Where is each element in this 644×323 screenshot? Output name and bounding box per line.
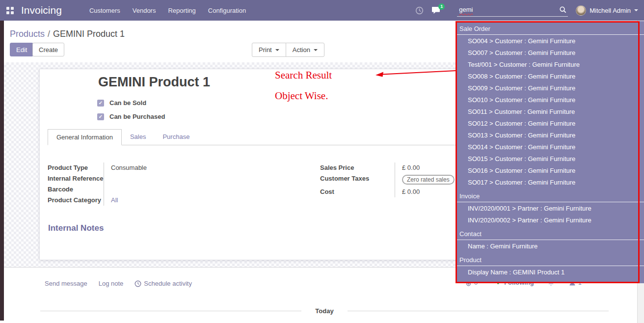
field-label: Cost	[320, 187, 395, 197]
field-value	[104, 184, 273, 195]
dropdown-result-item[interactable]: INV/2020/0002 > Partner : Gemini Furnitu…	[456, 215, 644, 226]
menu-item-reporting[interactable]: Reporting	[168, 7, 195, 14]
field-row: Product TypeConsumable	[48, 162, 273, 173]
navbar-right: 1 gemi Mitchell Admin	[415, 0, 644, 21]
tab-sales[interactable]: Sales	[122, 129, 155, 145]
breadcrumb-separator: /	[45, 29, 53, 39]
dropdown-result-item[interactable]: Name : Gemini Furniture	[456, 241, 644, 252]
dropdown-category-contact: Contact	[456, 228, 644, 240]
app-title[interactable]: Invoicing	[21, 4, 62, 16]
checkbox-checked-icon[interactable]	[97, 100, 104, 107]
field-label: Product Category	[48, 195, 104, 206]
annotation-arrow	[373, 67, 457, 80]
edit-button[interactable]: Edit	[10, 43, 33, 56]
user-avatar[interactable]	[576, 5, 586, 16]
search-icon[interactable]	[559, 6, 566, 13]
caret-down-icon	[314, 49, 318, 51]
dropdown-result-item[interactable]: SO011 > Customer : Gemini Furniture	[456, 106, 644, 118]
divider-line	[348, 311, 609, 311]
tab-general-information[interactable]: General Information	[48, 129, 122, 145]
product-checkboxes: Can be SoldCan be Purchased	[97, 99, 165, 127]
field-row: Internal Reference	[48, 173, 273, 184]
menu-item-customers[interactable]: Customers	[89, 7, 120, 14]
dropdown-category-product: Product	[456, 254, 644, 266]
field-row: Product CategoryAll	[48, 195, 273, 206]
checkbox-checked-icon[interactable]	[97, 113, 104, 120]
top-navbar: Invoicing CustomersVendorsReportingConfi…	[0, 0, 644, 21]
dropdown-result-item[interactable]: SO014 > Customer : Gemini Furniture	[456, 141, 644, 153]
dropdown-result-item[interactable]: INV/2020/0001 > Partner : Gemini Furnitu…	[456, 203, 644, 215]
field-row: Barcode	[48, 184, 273, 195]
messages-badge: 1	[438, 3, 445, 10]
schedule-activity-link[interactable]: Schedule activity	[134, 280, 192, 287]
tab-purchase[interactable]: Purchase	[154, 129, 198, 145]
user-menu[interactable]: Mitchell Admin	[590, 7, 631, 14]
tax-tag-badge: Zero rated sales	[402, 175, 455, 185]
annotation-line-2: Object Wise.	[275, 85, 332, 106]
dropdown-category-sale-order: Sale Order	[456, 23, 644, 35]
field-label: Product Type	[48, 162, 104, 173]
dropdown-result-item[interactable]: Display Name : GEMINI Product 1	[456, 267, 644, 278]
apps-menu-icon[interactable]	[6, 7, 14, 14]
field-value[interactable]: All	[104, 195, 273, 206]
dropdown-result-item[interactable]: SO010 > Customer : Gemini Furniture	[456, 94, 644, 106]
dropdown-result-item[interactable]: SO013 > Customer : Gemini Furniture	[456, 130, 644, 141]
caret-down-icon	[275, 49, 279, 51]
breadcrumb-current: GEMINI Product 1	[53, 29, 125, 39]
product-title: GEMINI Product 1	[98, 75, 210, 90]
dropdown-result-item[interactable]: SO016 > Customer : Gemini Furniture	[456, 165, 644, 177]
dropdown-result-item[interactable]: SO008 > Customer : Gemini Furniture	[456, 71, 644, 82]
create-button[interactable]: Create	[32, 43, 64, 56]
main-menu: CustomersVendorsReportingConfiguration	[89, 7, 246, 14]
dropdown-result-item[interactable]: SO007 > Customer : Gemini Furniture	[456, 47, 644, 59]
dropdown-category-invoice: Invoice	[456, 190, 644, 202]
menu-item-configuration[interactable]: Configuration	[208, 7, 246, 14]
dropdown-result-item[interactable]: SO012 > Customer : Gemini Furniture	[456, 118, 644, 130]
field-label: Customer Taxes	[320, 173, 395, 187]
checkbox-row: Can be Sold	[97, 99, 165, 107]
dropdown-result-item[interactable]: SO004 > Customer : Gemini Furniture	[456, 35, 644, 47]
field-label: Internal Reference	[48, 173, 104, 184]
log-note-link[interactable]: Log note	[99, 280, 124, 287]
annotation-line-1: Search Result	[275, 65, 332, 85]
activities-icon[interactable]	[415, 6, 424, 15]
breadcrumb-products-link[interactable]: Products	[10, 29, 45, 39]
today-label: Today	[315, 307, 333, 315]
search-results-dropdown: Sale OrderSO004 > Customer : Gemini Furn…	[456, 21, 644, 283]
field-value	[104, 173, 273, 184]
menu-item-vendors[interactable]: Vendors	[133, 7, 156, 14]
fields-group-left: Product TypeConsumableInternal Reference…	[48, 162, 273, 206]
today-divider: Today	[40, 307, 609, 315]
field-label: Sales Price	[320, 162, 395, 173]
print-action-group: Print Action	[252, 43, 324, 57]
caret-down-icon[interactable]	[634, 9, 638, 11]
left-edge-strip	[0, 21, 4, 321]
field-value: Consumable	[104, 162, 273, 173]
messages-icon[interactable]: 1	[431, 6, 440, 14]
print-button[interactable]: Print	[252, 43, 286, 57]
dropdown-result-item[interactable]: SO017 > Customer : Gemini Furniture	[456, 177, 644, 188]
search-query-text: gemi	[459, 6, 473, 13]
chatter-toolbar: Send message Log note Schedule activity	[45, 280, 192, 287]
invoicing-app-page: Invoicing CustomersVendorsReportingConfi…	[0, 0, 644, 323]
divider-line	[40, 311, 301, 311]
breadcrumb: Products/GEMINI Product 1	[10, 29, 125, 39]
clock-icon	[134, 280, 141, 287]
dropdown-result-item[interactable]: SO015 > Customer : Gemini Furniture	[456, 153, 644, 165]
checkbox-label: Can be Purchased	[109, 113, 165, 120]
checkbox-label: Can be Sold	[109, 99, 146, 107]
field-label: Barcode	[48, 184, 104, 195]
annotation-text: Search Result Object Wise.	[275, 65, 332, 106]
dropdown-result-item[interactable]: Test/001 > Customer : Gemini Furniture	[456, 59, 644, 71]
send-message-link[interactable]: Send message	[45, 280, 87, 287]
dropdown-result-item[interactable]: SO009 > Customer : Gemini Furniture	[456, 82, 644, 94]
global-search-input[interactable]: gemi	[457, 4, 568, 17]
checkbox-row: Can be Purchased	[97, 113, 165, 120]
internal-notes-heading: Internal Notes	[48, 223, 104, 233]
action-button[interactable]: Action	[286, 43, 324, 57]
